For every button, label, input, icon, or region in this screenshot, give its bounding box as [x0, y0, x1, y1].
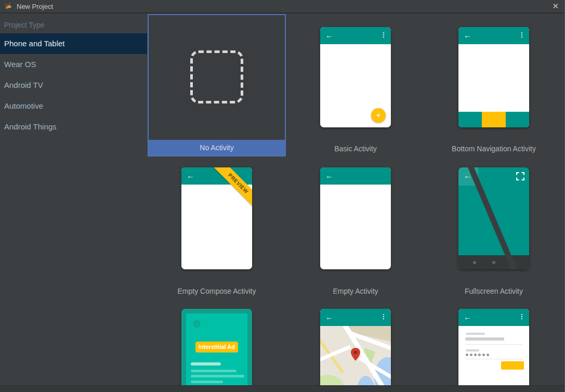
overflow-menu-icon: ⋮ [519, 313, 525, 320]
sidebar-item-automotive[interactable]: Automotive [0, 96, 147, 116]
text-line [191, 370, 236, 372]
empty-activity-preview: ← [320, 167, 391, 269]
template-card-empty-activity[interactable]: ← Empty Activity [286, 156, 425, 298]
no-activity-placeholder-icon [190, 50, 243, 103]
app-bar: ← ⋮ [458, 27, 529, 44]
fab-plus-icon: + [371, 108, 386, 123]
dialog-bottom-strip [0, 385, 564, 392]
interstitial-ad-button: Interstitial Ad [195, 342, 238, 352]
field-label-line [466, 333, 485, 335]
sidebar-item-android-things[interactable]: Android Things [0, 116, 147, 137]
android-studio-icon [4, 2, 12, 10]
back-arrow-icon: ← [325, 312, 333, 321]
back-arrow-icon: ← [464, 31, 471, 40]
app-bar: ← ⋮ [320, 27, 391, 44]
text-line [191, 362, 221, 365]
fullscreen-expand-icon [516, 172, 524, 180]
login-preview: ← ⋮ [458, 309, 529, 385]
template-label: Empty Activity [286, 287, 425, 295]
basic-activity-preview: ← ⋮ + [320, 27, 391, 127]
back-arrow-icon: ← [187, 171, 194, 180]
app-bar: ← ⋮ [458, 309, 529, 326]
password-dots [466, 354, 489, 356]
overflow-menu-icon: ⋮ [519, 31, 525, 38]
template-label: Basic Activity [286, 145, 425, 153]
back-arrow-icon: ← [464, 312, 471, 321]
template-card-login-activity[interactable]: ← ⋮ [425, 299, 563, 385]
sidebar-item-phone-and-tablet[interactable]: Phone and Tablet [0, 33, 147, 54]
google-maps-preview: ← ⋮ [320, 309, 391, 385]
text-line [191, 381, 223, 383]
template-card-admob-ads-activity[interactable]: Interstitial Ad [148, 299, 286, 385]
window-title: New Project [17, 3, 53, 10]
project-type-sidebar: Project Type Phone and Tablet Wear OS An… [0, 14, 147, 385]
template-card-google-maps-activity[interactable]: ← ⋮ [286, 299, 425, 385]
map-view [320, 326, 391, 385]
template-card-fullscreen-activity[interactable]: ← Fullscreen Activity [425, 156, 563, 298]
bottom-navigation-preview: ← ⋮ [458, 27, 529, 127]
template-label: Bottom Navigation Activity [425, 145, 563, 153]
admob-ads-preview: Interstitial Ad [181, 309, 252, 385]
wizard-body: Project Type Phone and Tablet Wear OS An… [0, 14, 564, 385]
field-label-line [466, 349, 479, 351]
app-bar: ← ⋮ [320, 309, 391, 326]
template-label: Empty Compose Activity [148, 287, 286, 295]
ad-panel: Interstitial Ad [186, 313, 247, 385]
field-value-line [465, 337, 504, 341]
sidebar-item-android-tv[interactable]: Android TV [0, 75, 147, 96]
sidebar-item-wear-os[interactable]: Wear OS [0, 54, 147, 75]
overflow-menu-icon: ⋮ [380, 31, 387, 38]
login-submit-button [501, 361, 524, 370]
title-bar: New Project ✕ [0, 0, 564, 14]
field-underline [465, 359, 522, 359]
new-project-dialog: New Project ✕ Project Type Phone and Tab… [0, 0, 565, 392]
template-label: No Activity [149, 140, 285, 155]
empty-compose-preview: ← PREVIEW [181, 167, 252, 269]
bottom-nav-bar [458, 112, 529, 127]
template-card-bottom-navigation-activity[interactable]: ← ⋮ Bottom Navigation Activity [425, 14, 563, 156]
sidebar-header: Project Type [0, 17, 147, 33]
template-card-no-activity[interactable]: No Activity [148, 14, 286, 156]
template-card-basic-activity[interactable]: ← ⋮ + Basic Activity [286, 14, 425, 156]
field-underline [465, 344, 522, 345]
avatar-circle [193, 320, 201, 328]
text-line [191, 375, 244, 377]
fullscreen-activity-preview: ← [458, 167, 529, 269]
back-arrow-icon: ← [325, 31, 333, 40]
template-label: Fullscreen Activity [425, 287, 563, 295]
overflow-menu-icon: ⋮ [380, 313, 387, 320]
system-nav-bar [458, 255, 529, 269]
app-bar: ← [320, 167, 391, 185]
template-card-empty-compose-activity[interactable]: ← PREVIEW Empty Compose Activity [148, 156, 286, 298]
back-arrow-icon: ← [325, 171, 333, 180]
close-icon[interactable]: ✕ [552, 2, 559, 11]
